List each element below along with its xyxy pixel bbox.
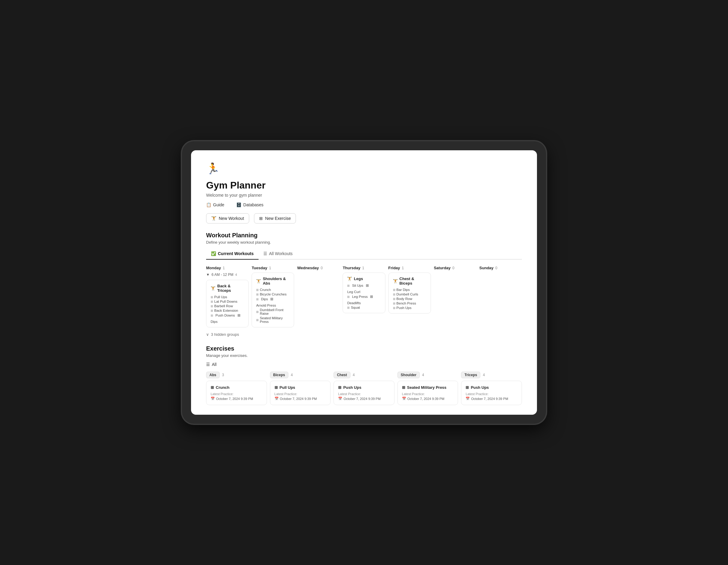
exercise-card-seated-military[interactable]: ⊞ Seated Military Press Latest Practice:… (397, 381, 458, 405)
triceps-count: 4 (483, 373, 485, 377)
workout-planning-subtitle: Define your weekly workout planning. (206, 240, 522, 245)
abs-count: 3 (222, 373, 224, 377)
list-item: ⊞ Squat (347, 306, 381, 309)
workout-card-shoulders-abs[interactable]: 🏋️ Shoulders & Abs ⊞ Crunch ⊞ Bicycle Cr… (252, 273, 294, 327)
tab-current-workouts[interactable]: ✅ Current Workouts (206, 249, 259, 260)
exercise-name: Dumbbell Front Raise (260, 308, 290, 315)
tab-current-label: Current Workouts (218, 251, 254, 256)
exercise-type-icon: ⊞ (338, 385, 341, 390)
list-item: ⊞ Seated Military Press (256, 316, 290, 323)
day-friday: Friday 1 🏋️ Chest & Biceps ⊞ Bar Dips (388, 266, 431, 327)
workout-card-back-triceps[interactable]: 🏋️ Back & Triceps ⊞ Pull Ups ⊞ Lat Pull … (206, 280, 249, 327)
exercises-board: Abs 3 ⊞ Crunch Latest Practice: 📅 Octobe… (206, 372, 522, 405)
latest-practice-label: Latest Practice: (211, 392, 262, 396)
latest-practice-value: 📅 October 7, 2024 9:39 PM (211, 397, 262, 400)
calendar-icon: 📅 (466, 397, 470, 400)
workout-board: Monday 1 ▼ 6 AM - 12 PM 4 🏋️ Back & Tric… (206, 266, 522, 327)
exercise-name: Back Extension (214, 309, 238, 312)
guide-icon: 📋 (206, 203, 211, 207)
exercise-title-text: Seated Military Press (407, 385, 447, 390)
exercise-card-crunch[interactable]: ⊞ Crunch Latest Practice: 📅 October 7, 2… (206, 381, 267, 405)
dumbbell-icon: 🏋️ (211, 216, 216, 221)
list-item: ⊞ Push Ups (393, 306, 426, 309)
shoulder-count: 4 (422, 373, 424, 377)
workout-card-title: 🏋️ Chest & Biceps (393, 277, 426, 285)
exercise-icon: ⊞ (256, 310, 259, 313)
abs-header: Abs 3 (206, 372, 267, 378)
day-wednesday: Wednesday 0 (297, 266, 340, 327)
workout-card-title: 🏋️ Back & Triceps (211, 284, 244, 293)
list-item: ⊞ Leg Press ⊞ Deadlifts (347, 294, 381, 305)
latest-practice-value: 📅 October 7, 2024 9:39 PM (275, 397, 326, 400)
list-item: ⊞ Bicycle Crunches (256, 292, 290, 296)
exercise-icon: ⊞ (211, 304, 213, 308)
practice-date: October 7, 2024 9:39 PM (280, 397, 317, 400)
sunday-count: 0 (495, 266, 497, 270)
new-workout-button[interactable]: 🏋️ New Workout (206, 213, 249, 224)
exercise-name: Barbell Row (214, 304, 233, 308)
exercise-title-text: Push Ups (343, 385, 361, 390)
list-icon: ☰ (206, 362, 210, 367)
exercise-card-pushups-triceps[interactable]: ⊞ Push Ups Latest Practice: 📅 October 7,… (461, 381, 522, 405)
latest-practice-label: Latest Practice: (338, 392, 390, 396)
workout-title-text: Chest & Biceps (400, 277, 426, 285)
exercise-icon2: ⊞ (237, 313, 240, 317)
exercise-title-text: Pull Ups (280, 385, 295, 390)
list-item: ⊞ Push Downs ⊞ Dips (211, 313, 244, 323)
new-exercise-button[interactable]: ⊞ New Exercise (254, 213, 296, 224)
exercise-name: Dumbell Curls (397, 292, 418, 296)
saturday-header: Saturday 0 (434, 266, 476, 270)
databases-link[interactable]: 🗄️ Databases (236, 203, 263, 207)
workout-card-legs[interactable]: 🏋️ Legs ⊞ Sit Ups ⊞ Leg Curl ⊞ (343, 273, 385, 313)
workout-card-chest-biceps[interactable]: 🏋️ Chest & Biceps ⊞ Bar Dips ⊞ Dumbell C… (388, 273, 431, 313)
list-item: ⊞ Back Extension (211, 309, 244, 312)
abs-badge: Abs (206, 372, 220, 378)
list-item: ⊞ Crunch (256, 288, 290, 291)
exercise-list-monday: ⊞ Pull Ups ⊞ Lat Pull Downs ⊞ Barbell Ro… (211, 295, 244, 323)
guide-label: Guide (213, 203, 224, 207)
thursday-count: 1 (362, 266, 364, 270)
workout-planning-section: Workout Planning Define your weekly work… (206, 232, 522, 337)
category-triceps: Triceps 4 ⊞ Push Ups Latest Practice: 📅 … (461, 372, 522, 405)
list-item: ⊞ Barbell Row (211, 304, 244, 308)
exercise-icon2: ⊞ (366, 283, 369, 287)
calendar-icon: 📅 (338, 397, 342, 400)
exercise-name: Push Ups (397, 306, 412, 309)
action-buttons: 🏋️ New Workout ⊞ New Exercise (206, 213, 522, 224)
chest-badge: Chest (334, 372, 350, 378)
exercise-icon: ⊞ (393, 288, 395, 291)
exercise-card-pushups-chest[interactable]: ⊞ Push Ups Latest Practice: 📅 October 7,… (334, 381, 394, 405)
exercise-name: Bench Press (397, 301, 416, 305)
workout-title-text: Shoulders & Abs (263, 277, 290, 285)
grid-icon: ⊞ (259, 216, 263, 221)
day-sunday: Sunday 0 (479, 266, 522, 327)
friday-label: Friday (388, 266, 400, 270)
exercises-subtitle: Manage your exercises. (206, 353, 522, 358)
latest-practice-label: Latest Practice: (466, 392, 517, 396)
tab-all-workouts[interactable]: ☰ All Workouts (259, 249, 297, 260)
exercise-name: Body Row (397, 297, 412, 300)
guide-link[interactable]: 📋 Guide (206, 203, 224, 207)
exercise-name: Sit Ups (352, 284, 363, 287)
exercise-list-tuesday: ⊞ Crunch ⊞ Bicycle Crunches ⊞ Dips ⊞ (256, 288, 290, 323)
tablet-frame: 🏃 Gym Planner Welcome to your gym planne… (182, 141, 546, 424)
list-item: ⊞ Pull Ups (211, 295, 244, 299)
exercise-name: Squat (351, 306, 360, 309)
exercise-card-pullups[interactable]: ⊞ Pull Ups Latest Practice: 📅 October 7,… (270, 381, 331, 405)
tuesday-header: Tuesday 1 (252, 266, 294, 270)
exercise-name: Push Downs (215, 313, 235, 317)
tuesday-label: Tuesday (252, 266, 267, 270)
latest-practice-label: Latest Practice: (402, 392, 454, 396)
list-item: ⊞ Bench Press (393, 301, 426, 305)
exercise-type-icon: ⊞ (466, 385, 469, 390)
hidden-groups[interactable]: ∨ 3 hidden groups (206, 332, 522, 337)
workout-tabs: ✅ Current Workouts ☰ All Workouts (206, 249, 522, 260)
all-tab[interactable]: ☰ All (206, 362, 522, 367)
practice-date: October 7, 2024 9:39 PM (216, 397, 253, 400)
exercise-type-icon: ⊞ (275, 385, 278, 390)
monday-time-group: ▼ 6 AM - 12 PM 4 (206, 273, 249, 277)
list-item: ⊞ Lat Pull Downs (211, 300, 244, 303)
exercise-name: Pull Ups (214, 295, 227, 299)
exercise-icon: ⊞ (393, 297, 395, 300)
tab-all-label: All Workouts (269, 251, 293, 256)
